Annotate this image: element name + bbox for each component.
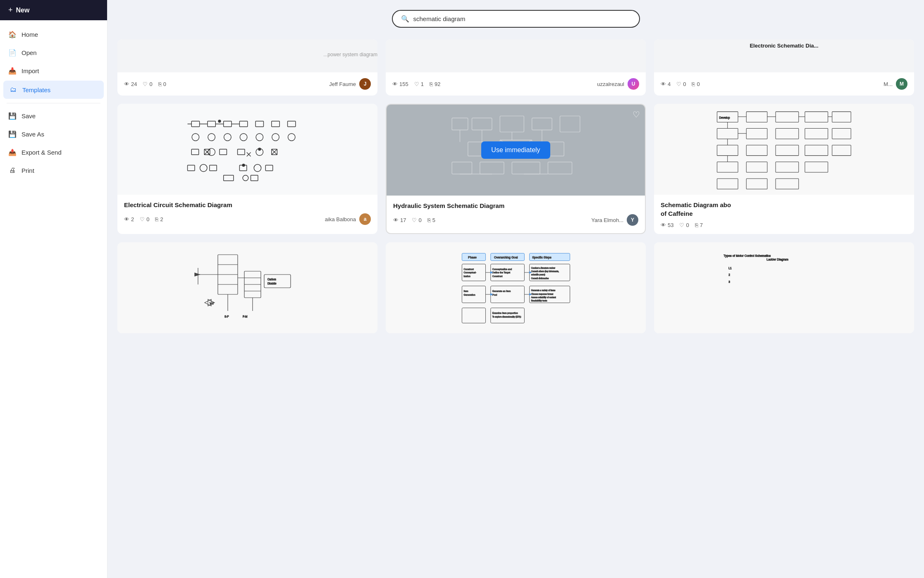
sidebar-item-home[interactable]: 🏠 Home <box>0 25 107 43</box>
sidebar-item-print-label: Print <box>21 167 34 174</box>
svg-point-36 <box>243 175 248 181</box>
author-name: aika Balbona <box>325 216 356 222</box>
forks-count: 0 <box>163 81 166 87</box>
search-bar-wrapper: 🔍 <box>392 10 640 28</box>
card-image-caffeine: Develop <box>654 104 914 195</box>
template-card-electrical-circuit[interactable]: Electrical Circuit Schematic Diagram 👁 2… <box>117 104 377 234</box>
template-card-top2[interactable]: 👁 155 ♡ 1 ⎘ 92 uzzalrezaul <box>386 39 646 96</box>
export-icon: 📤 <box>8 148 17 156</box>
card-author-top2: uzzalrezaul U <box>597 78 639 90</box>
likes-icon: ♡ <box>414 81 419 87</box>
save-icon: 💾 <box>8 112 17 120</box>
card-stats-power: 👁 24 ♡ 0 ⎘ 0 <box>124 81 166 87</box>
sidebar-item-open[interactable]: 📄 Open <box>0 43 107 62</box>
template-card-ladder[interactable]: Types of Motor Control Schematics Ladder… <box>654 242 914 333</box>
use-immediately-button[interactable]: Use immediately <box>481 141 550 159</box>
svg-rect-3 <box>239 121 247 127</box>
main-content: 🔍 ...power system diagram 👁 24 ♡ <box>107 0 924 578</box>
template-card-hydraulic[interactable]: Use immediately ♡ Hydraulic System Schem… <box>386 104 646 234</box>
svg-rect-1 <box>208 121 215 127</box>
ladder-svg: Types of Motor Control Schematics Ladder… <box>668 251 901 325</box>
svg-rect-82 <box>805 162 828 172</box>
sidebar-item-templates[interactable]: 🗂 Templates <box>3 81 104 99</box>
card-image-hydraulic: Use immediately ♡ <box>387 105 645 196</box>
svg-point-38 <box>218 120 221 122</box>
avatar: J <box>359 78 371 90</box>
svg-rect-106 <box>264 275 291 288</box>
svg-text:Choose response format: Choose response format <box>531 293 553 295</box>
svg-rect-69 <box>717 128 738 139</box>
svg-rect-45 <box>500 116 524 132</box>
avatar: M <box>896 78 907 90</box>
svg-text:Generate a variety of items: Generate a variety of items <box>531 289 555 291</box>
sidebar: + New 🏠 Home 📄 Open 📥 Import 🗂 Templates… <box>0 0 107 578</box>
svg-point-39 <box>258 148 261 150</box>
sidebar-item-save[interactable]: 💾 Save <box>0 107 107 125</box>
svg-point-10 <box>240 134 247 141</box>
svg-rect-52 <box>480 162 504 174</box>
card-author-electrical: aika Balbona a <box>325 213 371 225</box>
svg-text:Overarching Goal: Overarching Goal <box>494 256 518 259</box>
search-bar-container: 🔍 <box>117 10 914 28</box>
svg-rect-46 <box>532 118 552 130</box>
svg-rect-79 <box>717 162 738 172</box>
template-card-carbon[interactable]: Carbon Dioxide V-2 S-P F-M <box>117 242 377 333</box>
svg-text:Conceptualize and: Conceptualize and <box>492 268 511 270</box>
sidebar-item-import[interactable]: 📥 Import <box>0 62 107 80</box>
svg-point-13 <box>288 134 295 141</box>
circuit-svg <box>133 109 362 189</box>
card-meta-hydraulic: 👁 17 ♡ 0 ⎘ 5 Yara Elmoh... Y <box>393 214 638 226</box>
svg-text:F-M: F-M <box>243 315 247 318</box>
forks-count: 0 <box>697 81 700 87</box>
heart-icon[interactable]: ♡ <box>633 110 640 119</box>
svg-rect-47 <box>560 116 580 132</box>
svg-rect-70 <box>746 128 767 139</box>
template-card-caffeine[interactable]: Develop <box>654 104 914 234</box>
card-image-carbon: Carbon Dioxide V-2 S-P F-M <box>117 242 377 333</box>
views-count: 4 <box>668 81 671 87</box>
new-button[interactable]: + New <box>0 0 107 20</box>
svg-rect-83 <box>717 179 738 189</box>
svg-text:Define the Target: Define the Target <box>492 272 510 274</box>
sidebar-item-print[interactable]: 🖨 Print <box>0 161 107 179</box>
svg-rect-17 <box>237 149 244 155</box>
svg-text:Carbon: Carbon <box>267 278 276 281</box>
likes-icon: ♡ <box>676 81 681 87</box>
card-author-electronic: M... M <box>883 78 907 90</box>
svg-text:scientific peers): scientific peers) <box>531 274 545 276</box>
sidebar-item-open-label: Open <box>21 49 37 56</box>
svg-point-11 <box>256 134 263 141</box>
card-title-caffeine: Schematic Diagram abo of Caffeine <box>661 201 907 218</box>
svg-text:Ladder Diagram: Ladder Diagram <box>766 258 788 262</box>
svg-point-7 <box>192 134 199 141</box>
svg-rect-65 <box>746 112 767 122</box>
card-title-electrical: Electrical Circuit Schematic Diagram <box>124 201 371 209</box>
svg-text:2: 2 <box>728 273 730 276</box>
forks-stat: ⎘ 0 <box>158 81 166 87</box>
svg-rect-14 <box>191 149 198 155</box>
template-card-electronic-top[interactable]: Electronic Schematic Dia... 👁 4 ♡ 0 <box>654 39 914 96</box>
views-icon: 👁 <box>392 81 398 87</box>
card-image-flow: Phase Overarching Goal Specific Steps Co… <box>386 242 646 333</box>
svg-rect-53 <box>512 162 540 174</box>
svg-point-8 <box>208 134 215 141</box>
svg-rect-66 <box>776 112 799 122</box>
svg-text:Readability tests: Readability tests <box>531 300 547 302</box>
card-stats-hydraulic: 👁 17 ♡ 0 ⎘ 5 <box>393 217 435 223</box>
svg-point-9 <box>224 134 231 141</box>
svg-point-40 <box>242 164 245 167</box>
templates-bottom-row: Carbon Dioxide V-2 S-P F-M <box>117 242 914 333</box>
sidebar-item-save-as[interactable]: 💾 Save As <box>0 125 107 143</box>
search-input[interactable] <box>413 15 631 22</box>
template-card-flow[interactable]: Phase Overarching Goal Specific Steps Co… <box>386 242 646 333</box>
svg-rect-81 <box>776 162 799 172</box>
sidebar-item-export[interactable]: 📤 Export & Send <box>0 143 107 161</box>
forks-icon: ⎘ <box>158 81 162 87</box>
template-card-power-system[interactable]: ...power system diagram 👁 24 ♡ 0 <box>117 39 377 96</box>
card-body-hydraulic: Hydraulic System Schematic Diagram 👁 17 … <box>387 196 645 232</box>
likes-stat: ♡ 0 <box>143 81 152 87</box>
author-name: M... <box>883 81 893 87</box>
likes-count: 0 <box>149 81 152 87</box>
card-body-electrical: Electrical Circuit Schematic Diagram 👁 2… <box>117 195 377 231</box>
sidebar-divider <box>7 103 100 103</box>
